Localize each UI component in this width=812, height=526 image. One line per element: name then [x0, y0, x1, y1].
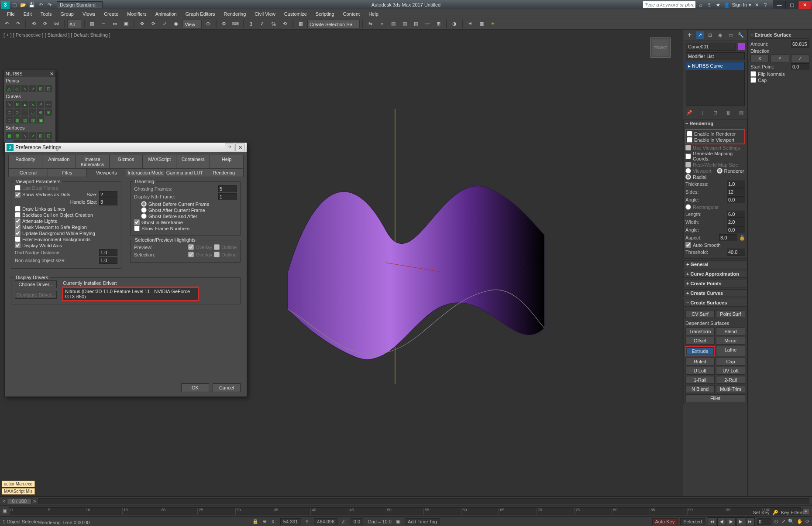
z-value[interactable]: 0.0 — [351, 518, 363, 525]
tab-containers[interactable]: Containers — [176, 155, 210, 169]
redo-icon[interactable]: ↷ — [45, 1, 53, 9]
tab-help[interactable]: Help — [210, 155, 244, 169]
snap-button[interactable]: 3 — [246, 19, 256, 29]
ghost-frames-input[interactable] — [219, 186, 236, 191]
menu-scripting[interactable]: Scripting — [311, 11, 339, 17]
curve-icon[interactable]: ▦ — [14, 116, 21, 123]
chk-backface[interactable] — [15, 212, 21, 218]
use-center-button[interactable]: ⊙ — [203, 19, 213, 29]
radio-radial[interactable] — [685, 174, 691, 180]
autokey-button[interactable]: Auto Key — [652, 518, 678, 525]
selection-filter[interactable]: All — [67, 20, 81, 28]
hierarchy-tab-icon[interactable]: ⊞ — [706, 31, 714, 39]
show-end-icon[interactable]: | — [699, 109, 706, 116]
chk-cap[interactable] — [750, 77, 756, 83]
curve-icon[interactable]: ⊃ — [14, 109, 21, 116]
chk-draw-links[interactable] — [15, 206, 21, 212]
point-icon[interactable]: ⊡ — [45, 85, 52, 92]
percent-snap-button[interactable]: % — [269, 19, 279, 29]
disp-nth-input[interactable] — [219, 194, 236, 199]
tab-radiosity[interactable]: Radiosity — [8, 155, 42, 169]
curve-icon[interactable]: ▤ — [21, 116, 28, 123]
viewport[interactable]: [ + ] [ Perspective ] [ Standard ] [ Def… — [0, 30, 683, 505]
surf-icon[interactable]: ⊡ — [45, 132, 52, 139]
curve-icon[interactable]: ⌒ — [21, 109, 28, 116]
tab-rendering[interactable]: Rendering — [204, 168, 244, 177]
start-input[interactable] — [791, 64, 809, 69]
chk-world-axis[interactable] — [15, 243, 21, 248]
undo-icon[interactable]: ↶ — [37, 1, 45, 9]
curve-icon[interactable]: ↘ — [29, 101, 36, 108]
curve-editor-button[interactable]: 〰 — [423, 19, 432, 29]
undo-button[interactable]: ↶ — [2, 19, 11, 29]
rollout-curve-approx[interactable]: + Curve Approximation — [683, 270, 747, 278]
surf-icon[interactable]: ▤ — [14, 132, 21, 139]
signin-chevron-icon[interactable]: ▾ — [749, 2, 751, 8]
goto-end-icon[interactable]: ⏭ — [746, 517, 755, 526]
unlink-button[interactable]: ⟳ — [40, 19, 50, 29]
chk-auto-smooth[interactable] — [685, 242, 691, 248]
curve-icon[interactable]: ↗ — [37, 101, 44, 108]
link-button[interactable]: ⟲ — [29, 19, 38, 29]
dep-1rail[interactable]: 1-Rail — [685, 376, 715, 384]
key-mode[interactable]: Selected — [680, 518, 705, 525]
rollout-create-points[interactable]: + Create Points — [683, 280, 747, 287]
close-button[interactable]: ✕ — [798, 0, 811, 9]
point-icon[interactable]: ↗ — [29, 85, 36, 92]
chk-frame-num[interactable] — [134, 225, 140, 231]
menu-content[interactable]: Content — [339, 11, 365, 17]
surf-icon[interactable]: ↘ — [21, 132, 28, 139]
sides-input[interactable] — [727, 189, 745, 195]
object-color-swatch[interactable] — [738, 43, 745, 50]
dep-offset[interactable]: Offset — [685, 337, 715, 345]
tab-gamma[interactable]: Gamma and LUT — [165, 168, 205, 177]
point-icon[interactable]: ↘ — [21, 85, 28, 92]
curve-icon[interactable]: ▥ — [29, 116, 36, 123]
ribbon-button[interactable]: ▤ — [411, 19, 421, 29]
next-key-icon[interactable]: > — [33, 499, 36, 504]
radio-viewport[interactable] — [685, 168, 691, 174]
cancel-button[interactable]: Cancel — [213, 383, 241, 392]
tab-viewports[interactable]: Viewports — [86, 168, 126, 177]
radio-rect[interactable] — [685, 204, 691, 210]
menu-create[interactable]: Create — [100, 11, 123, 17]
script-tag-1[interactable]: actionMan.exe — [2, 481, 35, 487]
time-config-icon[interactable]: ⏲ — [774, 519, 779, 524]
select-region-button[interactable]: ▭ — [110, 19, 120, 29]
cv-surf-button[interactable]: CV Surf — [685, 310, 715, 318]
menu-customize[interactable]: Customize — [280, 11, 311, 17]
pin-stack-icon[interactable]: 📌 — [686, 109, 693, 116]
curve-icon[interactable]: ⊕ — [37, 109, 44, 116]
menu-graph-editors[interactable]: Graph Editors — [181, 11, 220, 17]
chk-gen-map[interactable] — [685, 154, 691, 159]
dir-z[interactable]: Z — [791, 55, 809, 62]
dep-extrude[interactable]: Extrude — [687, 347, 713, 355]
motion-tab-icon[interactable]: ◉ — [717, 31, 725, 39]
schematic-button[interactable]: ⊞ — [434, 19, 444, 29]
named-sel-button[interactable]: ▦ — [296, 19, 306, 29]
nav-zoom-extents-icon[interactable]: ⤢ — [781, 519, 785, 524]
menu-views[interactable]: Views — [78, 11, 100, 17]
radio-renderer[interactable] — [717, 168, 723, 174]
dep-cap[interactable]: Cap — [716, 358, 745, 365]
menu-tools[interactable]: Tools — [36, 11, 56, 17]
add-time-tag[interactable]: Add Time Tag — [405, 518, 440, 525]
explorer-button[interactable]: ▤ — [400, 19, 409, 29]
manipulate-button[interactable]: ⚙ — [219, 19, 229, 29]
window-crossing-button[interactable]: ▣ — [121, 19, 131, 29]
keyfilters-button[interactable]: Key Filters... — [781, 510, 808, 516]
display-tab-icon[interactable]: ▭ — [727, 31, 735, 39]
nurbs-close-icon[interactable]: ✕ — [50, 71, 54, 77]
chk-ghost-wire[interactable] — [134, 219, 140, 225]
exchange-icon[interactable]: ⇪ — [706, 1, 713, 8]
layers-button[interactable]: ▤ — [389, 19, 398, 29]
frame-input[interactable] — [758, 519, 771, 524]
radio-ghost-both[interactable] — [141, 213, 147, 219]
modifier-stack[interactable]: ▸ NURBS Curve — [686, 62, 745, 106]
configure-icon[interactable]: ▤ — [738, 109, 745, 116]
named-sel-set[interactable]: Create Selection Se — [307, 20, 360, 28]
align-button[interactable]: ≡ — [377, 19, 387, 29]
menu-modifiers[interactable]: Modifiers — [123, 11, 151, 17]
render-frame-button[interactable]: ▦ — [477, 19, 486, 29]
nav-orbit-icon[interactable]: ⟳ — [805, 519, 809, 524]
